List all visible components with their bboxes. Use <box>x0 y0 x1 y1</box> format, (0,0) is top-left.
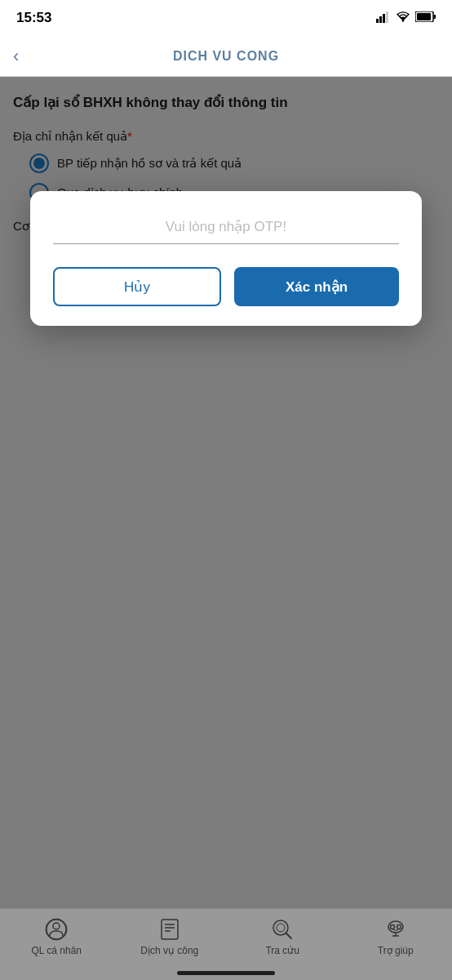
dialog-box: Hủy Xác nhận <box>30 191 422 326</box>
svg-point-4 <box>402 20 405 22</box>
dialog-overlay: Hủy Xác nhận <box>0 77 452 980</box>
svg-rect-6 <box>434 15 436 19</box>
svg-rect-0 <box>376 19 379 23</box>
signal-icon <box>376 11 391 25</box>
otp-input-container[interactable] <box>53 216 399 244</box>
svg-rect-3 <box>386 11 388 23</box>
header-title: DICH VU CONG <box>173 49 279 64</box>
svg-rect-7 <box>417 13 431 20</box>
app-wrapper: 15:53 <box>0 0 452 980</box>
status-bar: 15:53 <box>0 0 452 36</box>
cancel-button[interactable]: Hủy <box>53 267 221 306</box>
battery-icon <box>415 11 436 24</box>
content-wrapper: Cấp lại sổ BHXH không thay đổi thông tin… <box>0 77 452 980</box>
header: ‹ DICH VU CONG <box>0 36 452 77</box>
wifi-icon <box>396 11 410 25</box>
svg-rect-2 <box>383 14 385 23</box>
status-time: 15:53 <box>16 10 51 26</box>
status-icons <box>376 11 436 25</box>
svg-rect-1 <box>379 16 382 23</box>
back-button[interactable]: ‹ <box>13 46 19 67</box>
otp-input[interactable] <box>53 216 399 238</box>
confirm-button[interactable]: Xác nhận <box>234 267 399 306</box>
dialog-buttons: Hủy Xác nhận <box>53 267 399 306</box>
